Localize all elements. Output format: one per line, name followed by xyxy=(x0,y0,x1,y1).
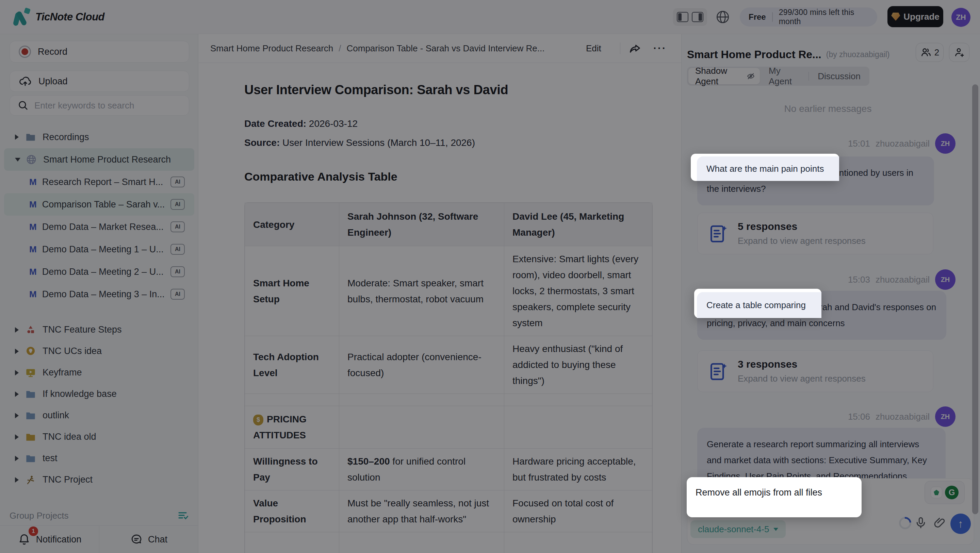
composer-input-spotlight[interactable]: Remove all emojis from all files xyxy=(687,477,862,517)
app-window: TicNote Cloud Free 299/300 mins left thi… xyxy=(0,0,980,553)
highlight-pain-points: What are the main pain points xyxy=(691,154,839,181)
highlight-create-table: Create a table comparing xyxy=(694,289,821,318)
dim-overlay xyxy=(0,0,980,553)
